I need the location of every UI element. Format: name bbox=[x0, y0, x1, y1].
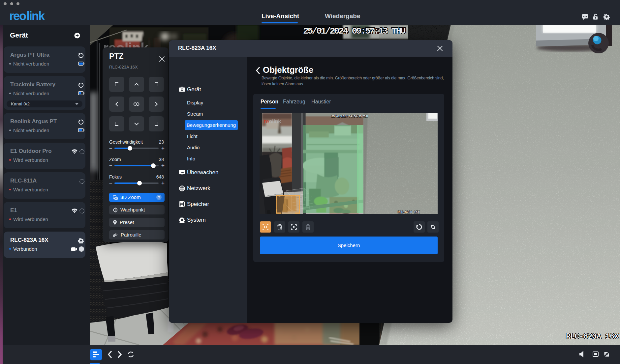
svg-text:RLC-8230 16X: RLC-8230 16X bbox=[398, 210, 419, 214]
svg-text:RLC-823A 16X: RLC-823A 16X bbox=[566, 332, 619, 341]
svg-text:reolink: reolink bbox=[264, 118, 281, 125]
svg-text:25/01/2024 09:57:13 THU: 25/01/2024 09:57:13 THU bbox=[303, 26, 406, 36]
svg-text:25/01/2024 09:56:35 THU: 25/01/2024 09:56:35 THU bbox=[331, 115, 368, 118]
